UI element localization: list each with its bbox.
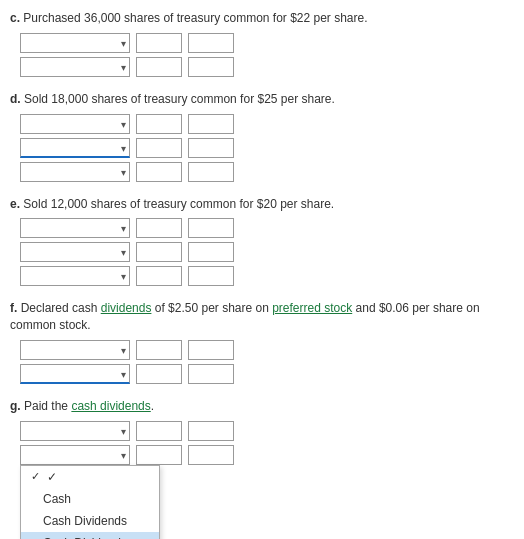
section-c-rows (20, 33, 514, 77)
credit-input-d2[interactable] (188, 138, 234, 158)
account-select-f1[interactable] (20, 340, 130, 360)
table-row (20, 33, 514, 53)
dropdown-item-cash-dividends[interactable]: Cash Dividends (21, 510, 159, 532)
account-select-e2[interactable] (20, 242, 130, 262)
account-select-c2[interactable] (20, 57, 130, 77)
debit-input-c1[interactable] (136, 33, 182, 53)
dropdown-item-cash-dividends-payable[interactable]: Cash Dividends Payable (21, 532, 159, 539)
section-g-rows: ✓ Cash Cash Dividends Cash Dividends Pay… (20, 421, 514, 539)
checkmark-icon: ✓ (47, 470, 59, 484)
debit-input-d1[interactable] (136, 114, 182, 134)
dropdown-item-empty[interactable]: ✓ (21, 466, 159, 488)
table-row (20, 218, 514, 238)
credit-input-d3[interactable] (188, 162, 234, 182)
section-g-label: g. Paid the cash dividends. (10, 398, 514, 415)
table-row (20, 266, 514, 286)
credit-input-f2[interactable] (188, 364, 234, 384)
credit-input-d1[interactable] (188, 114, 234, 134)
debit-input-e2[interactable] (136, 242, 182, 262)
table-row-with-dropdown: ✓ Cash Cash Dividends Cash Dividends Pay… (20, 445, 514, 465)
debit-input-f1[interactable] (136, 340, 182, 360)
section-d-rows (20, 114, 514, 182)
debit-input-e3[interactable] (136, 266, 182, 286)
section-f-label: f. Declared cash dividends of $2.50 per … (10, 300, 514, 334)
dropdown-item-cash[interactable]: Cash (21, 488, 159, 510)
account-select-d3[interactable] (20, 162, 130, 182)
account-select-f2[interactable] (20, 364, 130, 384)
section-e-rows (20, 218, 514, 286)
debit-input-d3[interactable] (136, 162, 182, 182)
table-row (20, 340, 514, 360)
preferred-stock-link-f[interactable]: preferred stock (272, 301, 352, 315)
credit-input-g2[interactable] (188, 445, 234, 465)
section-e-label: e. Sold 12,000 shares of treasury common… (10, 196, 514, 213)
account-select-c1[interactable] (20, 33, 130, 53)
section-f-rows (20, 340, 514, 384)
account-select-e3[interactable] (20, 266, 130, 286)
account-dropdown-menu[interactable]: ✓ Cash Cash Dividends Cash Dividends Pay… (20, 465, 160, 539)
account-select-g1[interactable] (20, 421, 130, 441)
table-row (20, 114, 514, 134)
table-row (20, 364, 514, 384)
debit-input-f2[interactable] (136, 364, 182, 384)
table-row (20, 242, 514, 262)
credit-input-e1[interactable] (188, 218, 234, 238)
account-select-e1[interactable] (20, 218, 130, 238)
debit-input-e1[interactable] (136, 218, 182, 238)
account-select-d1[interactable] (20, 114, 130, 134)
cash-dividends-link-g[interactable]: cash dividends (71, 399, 150, 413)
credit-input-c2[interactable] (188, 57, 234, 77)
account-select-g2-open[interactable] (20, 445, 130, 465)
table-row (20, 57, 514, 77)
account-select-d2[interactable] (20, 138, 130, 158)
credit-input-e2[interactable] (188, 242, 234, 262)
section-d-label: d. Sold 18,000 shares of treasury common… (10, 91, 514, 108)
debit-input-d2[interactable] (136, 138, 182, 158)
table-row (20, 138, 514, 158)
credit-input-g1[interactable] (188, 421, 234, 441)
dividends-link-f[interactable]: dividends (101, 301, 152, 315)
credit-input-f1[interactable] (188, 340, 234, 360)
table-row (20, 162, 514, 182)
credit-input-c1[interactable] (188, 33, 234, 53)
credit-input-e3[interactable] (188, 266, 234, 286)
debit-input-g1[interactable] (136, 421, 182, 441)
debit-input-g2[interactable] (136, 445, 182, 465)
table-row (20, 421, 514, 441)
section-c-label: c. Purchased 36,000 shares of treasury c… (10, 10, 514, 27)
debit-input-c2[interactable] (136, 57, 182, 77)
